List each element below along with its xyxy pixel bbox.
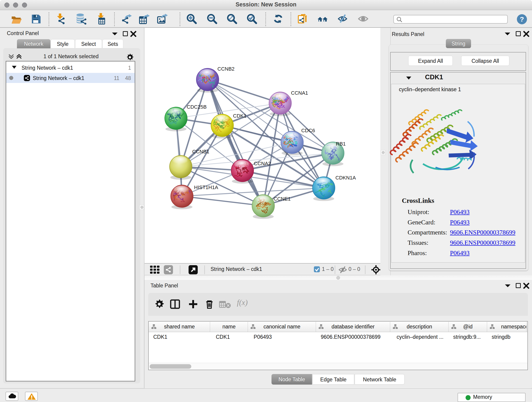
svg-text:RB1: RB1 (336, 141, 346, 147)
svg-text:CDK1: CDK1 (233, 113, 247, 119)
svg-text:CCNA1: CCNA1 (291, 90, 308, 96)
svg-text:CDKN1A: CDKN1A (336, 175, 356, 181)
svg-text:CDC25B: CDC25B (187, 104, 207, 110)
svg-text:CCNB2: CCNB2 (217, 66, 234, 72)
svg-text:CCNB1: CCNB1 (192, 149, 209, 154)
svg-text:CDC6: CDC6 (301, 128, 315, 133)
svg-text:CCNE1: CCNE1 (273, 196, 291, 202)
svg-text:CCNA2: CCNA2 (254, 161, 271, 166)
svg-text:HIST1H1A: HIST1H1A (194, 185, 218, 190)
